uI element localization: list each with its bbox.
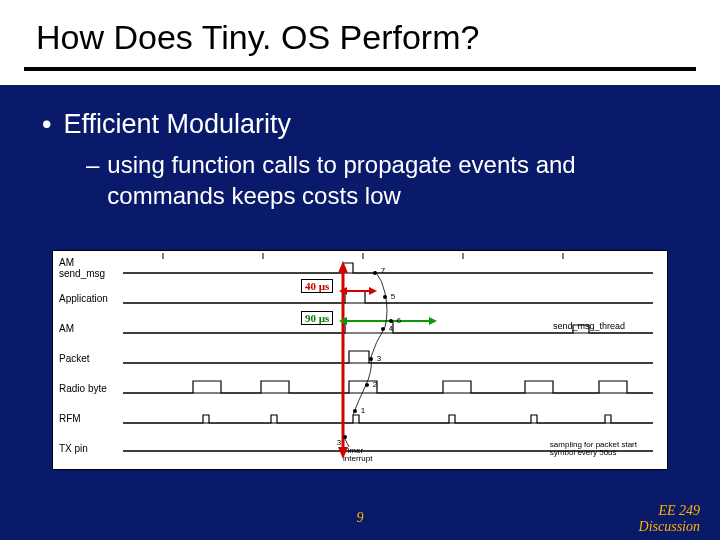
svg-text:7: 7 — [381, 266, 386, 275]
footer-course: EE 249 Discussion — [639, 503, 700, 534]
title-underline-wrap — [0, 67, 720, 79]
bullet-level2: – using function calls to propagate even… — [86, 150, 678, 211]
title-underline — [24, 67, 696, 71]
bullet-dot-icon: • — [42, 109, 51, 140]
timing-waveform-svg: 1 2 3 3 4 5 6 7 — [53, 251, 669, 471]
presentation-slide: How Does Tiny. OS Perform? • Efficient M… — [0, 0, 720, 540]
svg-point-25 — [369, 357, 373, 361]
svg-text:6: 6 — [397, 316, 402, 325]
svg-marker-20 — [429, 317, 437, 325]
svg-point-33 — [389, 319, 393, 323]
svg-marker-17 — [369, 287, 377, 295]
svg-text:4: 4 — [389, 324, 394, 333]
svg-point-23 — [365, 383, 369, 387]
bullet1-text: Efficient Modularity — [63, 109, 291, 140]
page-number: 9 — [0, 510, 720, 526]
slide-title: How Does Tiny. OS Perform? — [0, 0, 720, 67]
svg-point-21 — [353, 409, 357, 413]
timing-diagram: AMsend_msg Application AM Packet Radio b… — [52, 250, 668, 470]
svg-text:3: 3 — [337, 438, 342, 447]
footer-line1: EE 249 — [658, 503, 700, 518]
svg-point-31 — [383, 295, 387, 299]
svg-marker-14 — [338, 447, 348, 459]
svg-point-27 — [343, 435, 347, 439]
slide-body: • Efficient Modularity – using function … — [0, 85, 720, 211]
bullet-dash-icon: – — [86, 150, 99, 211]
svg-text:3: 3 — [377, 354, 382, 363]
svg-line-37 — [345, 439, 349, 447]
svg-text:1: 1 — [361, 406, 366, 415]
svg-text:2: 2 — [373, 380, 378, 389]
bullet2-text: using function calls to propagate events… — [107, 150, 678, 211]
svg-text:5: 5 — [391, 292, 396, 301]
footer-line2: Discussion — [639, 519, 700, 534]
svg-point-29 — [381, 327, 385, 331]
svg-point-35 — [373, 271, 377, 275]
bullet-level1: • Efficient Modularity — [42, 109, 678, 140]
